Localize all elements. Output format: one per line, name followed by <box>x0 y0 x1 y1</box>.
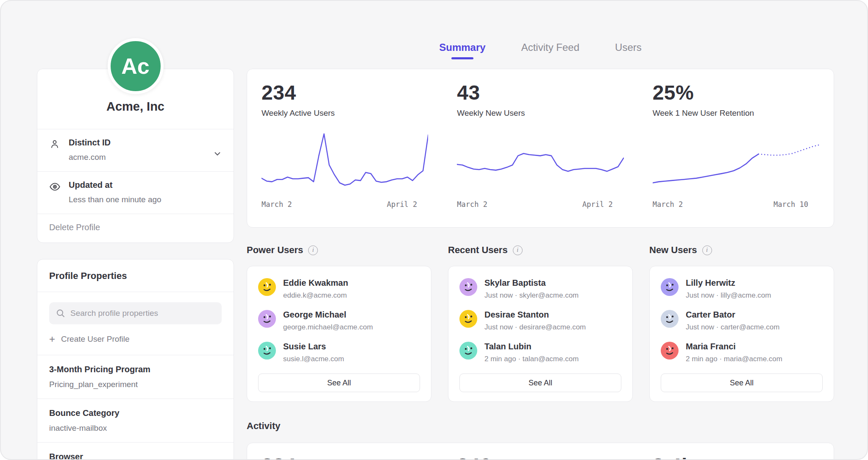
user-list-card: Lilly Herwitz Just now · lilly@acme.com … <box>649 266 834 402</box>
stat-value: 43 <box>457 81 623 104</box>
face-icon <box>661 278 679 296</box>
face-icon <box>258 310 276 328</box>
face-icon <box>661 310 679 328</box>
user-section-power-users: Power Users i Eddie Kwakman eddie.k@acme… <box>247 245 431 402</box>
activity-stat-column: 3.4k <box>638 443 834 460</box>
user-avatar <box>258 310 276 328</box>
user-list-item[interactable]: Talan Lubin 2 min ago · talan@acme.com <box>459 342 621 363</box>
search-icon <box>56 309 65 318</box>
activity-stat-value: 3.4k <box>653 454 819 460</box>
face-icon <box>258 342 276 360</box>
delete-profile-link[interactable]: Delete Profile <box>37 214 234 243</box>
user-avatar <box>459 310 477 328</box>
activity-stat-value: 240 <box>457 454 623 460</box>
user-detail: Just now · carter@acme.com <box>686 323 779 332</box>
trend-line-chart <box>653 130 819 193</box>
user-avatar <box>258 278 276 296</box>
user-section-title: Recent Users <box>448 245 508 256</box>
tab-activity-feed[interactable]: Activity Feed <box>521 42 579 59</box>
user-list-card: Eddie Kwakman eddie.k@acme.com George Mi… <box>247 266 431 402</box>
search-profile-properties-input[interactable] <box>70 309 215 318</box>
stat-value: 25% <box>653 81 819 104</box>
user-sections: Power Users i Eddie Kwakman eddie.k@acme… <box>247 245 834 402</box>
profile-property-value: inactive-mailbox <box>49 424 222 433</box>
user-avatar <box>258 342 276 360</box>
company-avatar: Ac <box>108 38 164 94</box>
stat-label: Weekly Active Users <box>262 109 428 118</box>
chevron-down-icon[interactable] <box>212 148 223 160</box>
eye-icon <box>49 180 61 204</box>
create-user-profile-label: Create User Profile <box>61 335 130 344</box>
profile-field-row: Distinct ID acme.com <box>37 129 234 171</box>
user-avatar <box>661 342 679 360</box>
activity-stat-column: 240 <box>442 443 638 460</box>
user-detail: 2 min ago · talan@acme.com <box>484 355 579 363</box>
profile-properties-title: Profile Properties <box>37 259 234 292</box>
profile-property-row: Browser Chrome <box>37 442 234 460</box>
tab-users[interactable]: Users <box>615 42 642 59</box>
info-icon[interactable]: i <box>513 245 523 255</box>
trend-line-chart <box>457 130 623 193</box>
profile-property-label: Bounce Category <box>49 408 222 418</box>
user-avatar <box>459 278 477 296</box>
user-list-item[interactable]: Eddie Kwakman eddie.k@acme.com <box>258 278 420 300</box>
see-all-button[interactable]: See All <box>258 374 420 392</box>
x-axis-start-label: March 2 <box>457 200 487 209</box>
company-avatar-initials: Ac <box>121 53 149 79</box>
user-avatar <box>661 278 679 296</box>
stat-column: 43 Weekly New Users March 2 April 2 <box>442 69 638 227</box>
face-icon <box>459 342 477 360</box>
user-name: Desirae Stanton <box>484 310 586 320</box>
user-detail: Just now · lilly@acme.com <box>686 291 771 300</box>
summary-stats-card: 234 Weekly Active Users March 2 April 2 … <box>247 69 834 228</box>
profile-properties-card: Profile Properties + Create User Profile… <box>37 259 234 460</box>
user-detail: 2 min ago · maria@acme.com <box>686 355 782 363</box>
see-all-button[interactable]: See All <box>459 374 621 392</box>
user-list-item[interactable]: Carter Bator Just now · carter@acme.com <box>661 310 823 332</box>
activity-stat-value: 234 <box>262 454 428 460</box>
info-icon[interactable]: i <box>308 245 318 255</box>
profile-properties-list: 3-Month Pricing Program Pricing_plan_exp… <box>37 355 234 460</box>
info-icon[interactable]: i <box>702 245 712 255</box>
user-detail: susie.l@acme.com <box>283 355 344 363</box>
profile-card: Acme, Inc Distinct ID acme.com Updated a… <box>37 69 234 243</box>
main-content: SummaryActivity FeedUsers 234 Weekly Act… <box>247 1 834 459</box>
user-list-item[interactable]: Skylar Baptista Just now · skyler@acme.c… <box>459 278 621 300</box>
user-name: Carter Bator <box>686 310 779 320</box>
profile-sidebar: Ac Acme, Inc Distinct ID acme.com Update… <box>37 1 234 459</box>
user-detail: Just now · desirare@acme.com <box>484 323 586 332</box>
user-detail: george.michael@acme.com <box>283 323 373 332</box>
user-name: Lilly Herwitz <box>686 278 771 288</box>
tab-bar: SummaryActivity FeedUsers <box>247 42 834 59</box>
tab-label: Activity Feed <box>521 42 579 53</box>
trend-line-chart <box>262 130 428 193</box>
profile-field-value: Less than one minute ago <box>69 195 161 204</box>
tab-label: Summary <box>439 42 485 53</box>
see-all-button[interactable]: See All <box>661 374 823 392</box>
user-list-item[interactable]: George Michael george.michael@acme.com <box>258 310 420 332</box>
stat-column: 234 Weekly Active Users March 2 April 2 <box>247 69 442 227</box>
stat-column: 25% Week 1 New User Retention March 2 Ma… <box>638 69 834 227</box>
user-list-item[interactable]: Lilly Herwitz Just now · lilly@acme.com <box>661 278 823 300</box>
user-list-item[interactable]: Susie Lars susie.l@acme.com <box>258 342 420 363</box>
stat-value: 234 <box>262 81 428 104</box>
face-icon <box>459 278 477 296</box>
tab-summary[interactable]: Summary <box>439 42 485 59</box>
profile-property-row: 3-Month Pricing Program Pricing_plan_exp… <box>37 355 234 399</box>
profile-properties-controls: + Create User Profile <box>37 292 234 355</box>
plus-icon: + <box>49 335 55 343</box>
x-axis-end-label: April 2 <box>387 200 417 209</box>
user-detail: eddie.k@acme.com <box>283 291 348 300</box>
person-icon <box>49 138 61 162</box>
profile-property-label: Browser <box>49 452 222 460</box>
profile-field-row: Updated at Less than one minute ago <box>37 171 234 214</box>
x-axis-end-label: March 10 <box>773 200 808 209</box>
create-user-profile-button[interactable]: + Create User Profile <box>49 335 222 344</box>
user-section-title: New Users <box>649 245 697 256</box>
user-list-item[interactable]: Maria Franci 2 min ago · maria@acme.com <box>661 342 823 363</box>
search-profile-properties[interactable] <box>49 302 222 324</box>
face-icon <box>661 342 679 360</box>
user-list-item[interactable]: Desirae Stanton Just now · desirare@acme… <box>459 310 621 332</box>
profile-property-value: Pricing_plan_experiment <box>49 380 222 389</box>
face-icon <box>258 278 276 296</box>
